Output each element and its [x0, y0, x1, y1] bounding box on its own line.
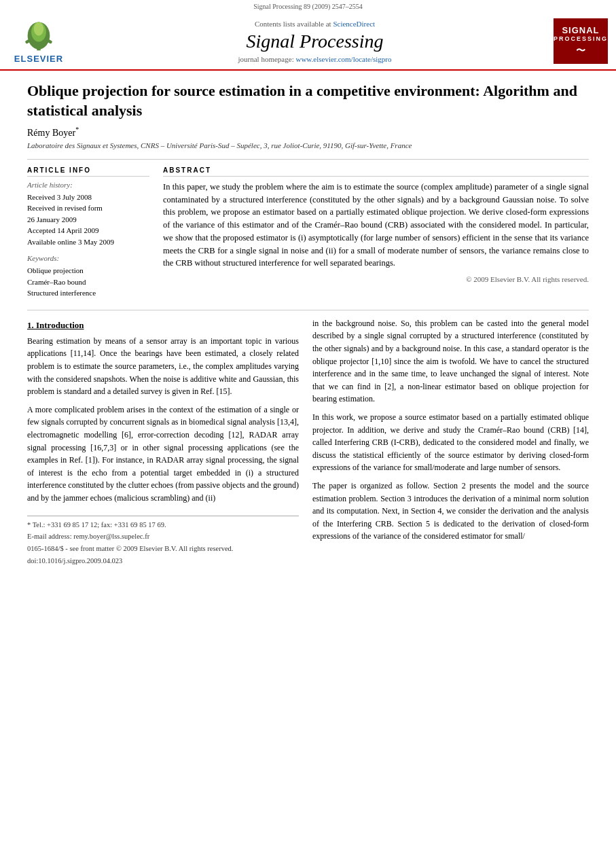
- footnote-line2: E-mail address: remy.boyer@lss.supelec.f…: [27, 532, 299, 542]
- keyword-1: Oblique projection: [27, 265, 149, 276]
- page-wrapper: Signal Processing 89 (2009) 2547–2554 EL…: [0, 0, 616, 841]
- keywords-label: Keywords:: [27, 254, 149, 262]
- footnote-area: * Tel.: +331 69 85 17 12; fax: +331 69 8…: [27, 516, 299, 565]
- journal-reference: Signal Processing 89 (2009) 2547–2554: [0, 0, 616, 13]
- section1-right-para3: The paper is organized as follow. Sectio…: [312, 480, 589, 543]
- body-divider: [27, 310, 589, 310]
- section1-right-para1: in the background noise. So, this proble…: [312, 317, 589, 406]
- section1-heading: 1. Introduction: [27, 320, 299, 331]
- journal-homepage-link[interactable]: www.elsevier.com/locate/sigpro: [295, 55, 391, 63]
- article-history-label: Article history:: [27, 181, 149, 189]
- article-content: Oblique projection for source estimation…: [0, 71, 616, 578]
- journal-ref-text: Signal Processing 89 (2009) 2547–2554: [253, 3, 363, 10]
- contents-line: Contents lists available at ScienceDirec…: [76, 20, 554, 28]
- abstract-text: In this paper, we study the problem wher…: [163, 181, 589, 270]
- article-title: Oblique projection for source estimation…: [27, 82, 589, 120]
- article-author: Rémy Boyer*: [27, 126, 589, 139]
- article-affiliation: Laboratoire des Signaux et Systemes, CNR…: [27, 141, 589, 149]
- abstract-col: ABSTRACT In this paper, we study the pro…: [163, 166, 589, 299]
- badge-wave-icon: 〜: [576, 45, 586, 57]
- journal-banner: ELSEVIER Contents lists available at Sci…: [0, 13, 616, 71]
- body-col-right: in the background noise. So, this proble…: [312, 317, 589, 565]
- history-item-2: Received in revised form: [27, 202, 149, 214]
- footnote-line1: * Tel.: +331 69 85 17 12; fax: +331 69 8…: [27, 520, 299, 531]
- journal-center: Contents lists available at ScienceDirec…: [76, 18, 554, 64]
- history-item-3: 26 January 2009: [27, 214, 149, 226]
- copyright-line: © 2009 Elsevier B.V. All rights reserved…: [163, 275, 589, 283]
- article-info-label: ARTICLE INFO: [27, 166, 149, 177]
- article-info-col: ARTICLE INFO Article history: Received 3…: [27, 166, 149, 299]
- article-meta: ARTICLE INFO Article history: Received 3…: [27, 166, 589, 299]
- elsevier-logo: ELSEVIER: [8, 18, 69, 64]
- abstract-label: ABSTRACT: [163, 166, 589, 177]
- journal-title-main: Signal Processing: [76, 31, 554, 52]
- article-divider: [27, 159, 589, 160]
- history-item-5: Available online 3 May 2009: [27, 236, 149, 248]
- svg-point-3: [34, 22, 44, 35]
- section1-para2: A more complicated problem arises in the…: [27, 404, 299, 505]
- badge-processing: PROCESSING: [554, 35, 608, 42]
- footnote-copyright: 0165-1684/$ - see front matter © 2009 El…: [27, 544, 299, 554]
- body-columns: 1. Introduction Bearing estimation by me…: [27, 317, 589, 565]
- history-item-4: Accepted 14 April 2009: [27, 225, 149, 236]
- sciencedirect-link[interactable]: ScienceDirect: [333, 20, 375, 28]
- body-col-left: 1. Introduction Bearing estimation by me…: [27, 317, 299, 565]
- badge-signal: SIGNAL: [562, 25, 599, 36]
- elsevier-tree-icon: [18, 18, 59, 52]
- section1-right-para2: In this work, we propose a source estima…: [312, 411, 589, 474]
- history-item-1: Received 3 July 2008: [27, 192, 149, 203]
- journal-homepage: journal homepage: www.elsevier.com/locat…: [76, 55, 554, 63]
- footnote-doi: doi:10.1016/j.sigpro.2009.04.023: [27, 557, 299, 565]
- keyword-2: Cramér–Rao bound: [27, 276, 149, 288]
- section1-para1: Bearing estimation by means of a sensor …: [27, 335, 299, 398]
- author-sup: *: [75, 126, 79, 133]
- signal-processing-badge: SIGNAL PROCESSING 〜: [554, 18, 608, 64]
- elsevier-text: ELSEVIER: [14, 54, 63, 64]
- keyword-3: Structured interference: [27, 287, 149, 299]
